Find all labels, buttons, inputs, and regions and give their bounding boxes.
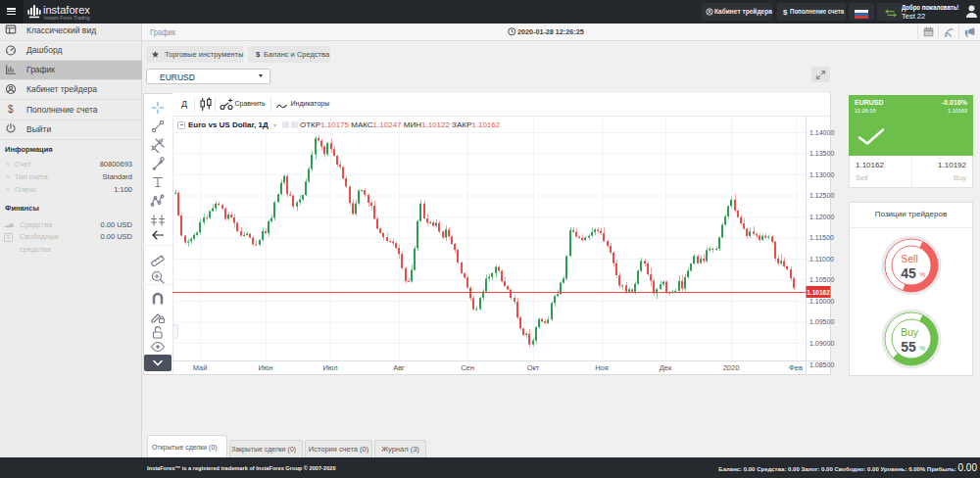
svg-text:Май: Май: [193, 363, 208, 372]
svg-text:1.14000: 1.14000: [809, 129, 834, 136]
svg-text:Сен: Сен: [461, 363, 474, 372]
svg-text:Sell: Sell: [901, 253, 918, 264]
svg-text:1.12000: 1.12000: [809, 214, 834, 220]
svg-text:2020: 2020: [723, 363, 740, 372]
svg-text:1.11500: 1.11500: [809, 234, 834, 241]
svg-text:Дек: Дек: [660, 363, 672, 372]
svg-text:Окт: Окт: [527, 363, 540, 372]
svg-text:1.10500: 1.10500: [809, 276, 834, 283]
svg-text:Июн: Июн: [258, 363, 272, 372]
svg-text:1.09500: 1.09500: [809, 318, 834, 325]
svg-text:Ноя: Ноя: [595, 363, 609, 372]
svg-text:1.09000: 1.09000: [809, 340, 834, 347]
svg-text:55: 55: [901, 339, 916, 355]
svg-text:%: %: [919, 345, 925, 352]
svg-text:Фев: Фев: [789, 363, 803, 372]
svg-text:1.12500: 1.12500: [809, 192, 834, 199]
svg-text:1.10000: 1.10000: [809, 298, 834, 305]
svg-text:Июл: Июл: [322, 363, 337, 372]
svg-text:1.13500: 1.13500: [809, 150, 834, 157]
svg-text:1.08500: 1.08500: [809, 361, 834, 368]
svg-text:%: %: [919, 271, 925, 278]
svg-text:Авг: Авг: [393, 363, 405, 372]
svg-text:1.11000: 1.11000: [809, 256, 834, 263]
svg-text:1.13000: 1.13000: [809, 171, 834, 178]
svg-text:Buy: Buy: [901, 326, 919, 338]
svg-text:45: 45: [901, 265, 916, 281]
svg-text:1.10162: 1.10162: [807, 289, 830, 296]
